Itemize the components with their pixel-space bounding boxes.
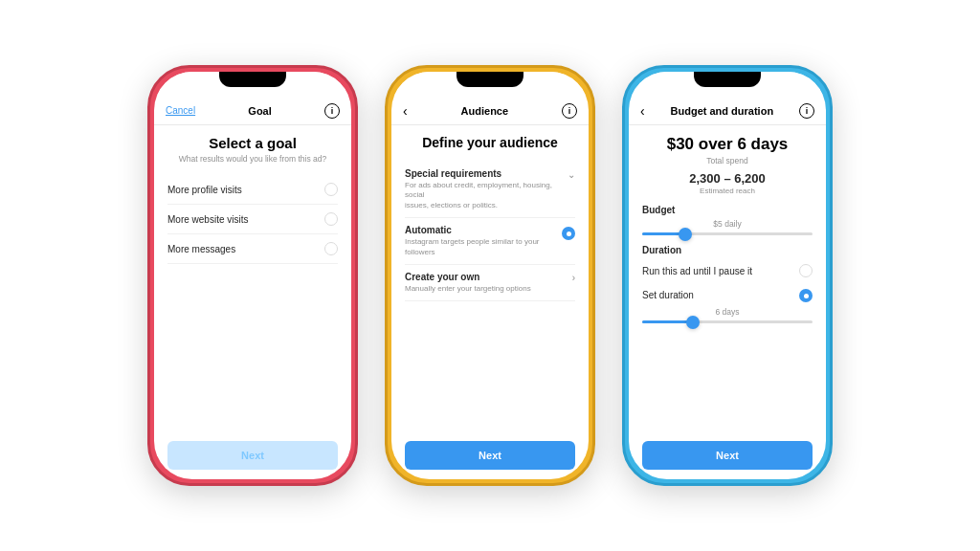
notch xyxy=(219,72,286,87)
nav-bar-goal: Cancel Goal i xyxy=(154,95,351,125)
radio-set-duration-selected[interactable] xyxy=(799,289,813,302)
audience-row-custom[interactable]: Create your own Manually enter your targ… xyxy=(405,265,575,301)
budget-nav-title: Budget and duration xyxy=(671,105,774,117)
budget-amount: $30 over 6 days xyxy=(642,135,813,154)
audience-nav-title: Audience xyxy=(461,105,509,117)
notch-bar-3 xyxy=(629,72,826,95)
goal-nav-title: Goal xyxy=(248,105,271,117)
budget-slider-thumb[interactable] xyxy=(679,228,692,241)
radio-website[interactable] xyxy=(324,212,338,226)
phone-budget: ‹ Budget and duration i $30 over 6 days … xyxy=(622,65,833,486)
duration-row-pause[interactable]: Run this ad until I pause it xyxy=(642,259,813,282)
goal-title: Select a goal xyxy=(167,135,338,151)
days-label: 6 days xyxy=(642,307,813,317)
audience-content: Define your audience Special requirement… xyxy=(391,125,589,479)
next-button-budget[interactable]: Next xyxy=(642,441,813,470)
automatic-title: Automatic xyxy=(405,225,562,235)
automatic-sub: Instagram targets people similar to your… xyxy=(405,237,562,257)
estimated-reach-label: Estimated reach xyxy=(642,187,813,195)
goal-subtitle: What results would you like from this ad… xyxy=(167,154,338,164)
goal-option-label-profile: More profile visits xyxy=(167,185,242,195)
chevron-down-icon: ⌄ xyxy=(568,169,575,180)
next-button-goal[interactable]: Next xyxy=(167,441,338,470)
estimated-reach: 2,300 – 6,200 xyxy=(642,171,813,186)
notch-2 xyxy=(457,72,523,87)
info-icon-audience[interactable]: i xyxy=(562,103,577,119)
goal-option-website[interactable]: More website visits xyxy=(167,205,338,234)
total-spend-label: Total spend xyxy=(642,156,813,165)
nav-bar-budget: ‹ Budget and duration i xyxy=(629,95,826,125)
radio-profile[interactable] xyxy=(324,183,338,196)
audience-row-special[interactable]: Special requirements For ads about credi… xyxy=(405,162,575,218)
goal-option-label-messages: More messages xyxy=(167,244,235,254)
goal-option-profile[interactable]: More profile visits xyxy=(167,175,338,205)
goal-content: Select a goal What results would you lik… xyxy=(154,125,351,479)
budget-slider-track[interactable] xyxy=(642,232,813,235)
info-icon-budget[interactable]: i xyxy=(799,103,814,119)
next-button-audience[interactable]: Next xyxy=(405,441,575,470)
duration-section-label: Duration xyxy=(642,245,813,255)
set-duration-label: Set duration xyxy=(642,290,694,300)
scene: Cancel Goal i Select a goal What results… xyxy=(0,0,980,551)
budget-content: $30 over 6 days Total spend 2,300 – 6,20… xyxy=(629,125,826,479)
run-until-pause-label: Run this ad until I pause it xyxy=(642,266,752,276)
radio-pause[interactable] xyxy=(799,264,813,277)
info-icon-goal[interactable]: i xyxy=(324,103,340,119)
custom-title: Create your own xyxy=(405,272,531,282)
notch-bar-2 xyxy=(391,72,589,95)
duration-slider-track[interactable] xyxy=(642,320,813,323)
custom-sub: Manually enter your targeting options xyxy=(405,284,531,294)
special-req-title: Special requirements xyxy=(405,168,568,179)
nav-bar-audience: ‹ Audience i xyxy=(391,95,589,125)
notch-bar xyxy=(154,72,351,95)
radio-messages[interactable] xyxy=(324,242,338,255)
notch-3 xyxy=(694,72,761,87)
audience-title: Define your audience xyxy=(405,135,575,150)
goal-option-label-website: More website visits xyxy=(167,214,248,225)
duration-slider-fill xyxy=(642,320,693,323)
audience-row-automatic[interactable]: Automatic Instagram targets people simil… xyxy=(405,218,575,265)
cancel-button[interactable]: Cancel xyxy=(166,105,195,116)
radio-automatic-selected[interactable] xyxy=(562,227,575,240)
budget-daily-label: $5 daily xyxy=(642,219,813,229)
phone-goal: Cancel Goal i Select a goal What results… xyxy=(147,65,358,486)
chevron-right-icon: › xyxy=(572,273,575,283)
duration-row-set[interactable]: Set duration xyxy=(642,282,813,307)
back-button-audience[interactable]: ‹ xyxy=(403,103,408,119)
phone-audience: ‹ Audience i Define your audience Specia… xyxy=(385,65,595,486)
special-req-sub: For ads about credit, employment, housin… xyxy=(405,181,568,210)
budget-section-label: Budget xyxy=(642,205,813,215)
back-button-budget[interactable]: ‹ xyxy=(640,103,645,119)
goal-option-messages[interactable]: More messages xyxy=(167,234,338,264)
duration-slider-thumb[interactable] xyxy=(686,316,700,329)
